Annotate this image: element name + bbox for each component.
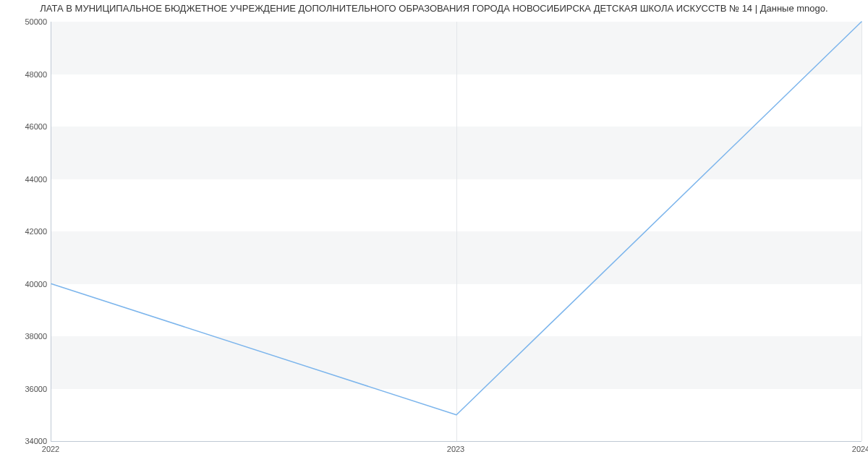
chart-title: ЛАТА В МУНИЦИПАЛЬНОЕ БЮДЖЕТНОЕ УЧРЕЖДЕНИ… [0, 3, 868, 14]
line-layer [51, 22, 861, 441]
x-tick-label: 2022 [42, 445, 59, 453]
y-tick-label: 40000 [4, 280, 47, 289]
x-tick-label: 2023 [447, 445, 464, 453]
series-line [51, 22, 861, 415]
y-tick-label: 36000 [4, 385, 47, 393]
gridline-vertical [861, 22, 862, 441]
y-tick-label: 48000 [4, 70, 47, 79]
y-tick-label: 46000 [4, 122, 47, 131]
plot-area [51, 22, 861, 442]
y-tick-label: 42000 [4, 227, 47, 236]
y-tick-label: 34000 [4, 437, 47, 445]
x-tick-label: 2024 [852, 445, 868, 453]
y-tick-label: 44000 [4, 175, 47, 184]
y-tick-label: 38000 [4, 332, 47, 341]
y-tick-label: 50000 [4, 17, 47, 26]
